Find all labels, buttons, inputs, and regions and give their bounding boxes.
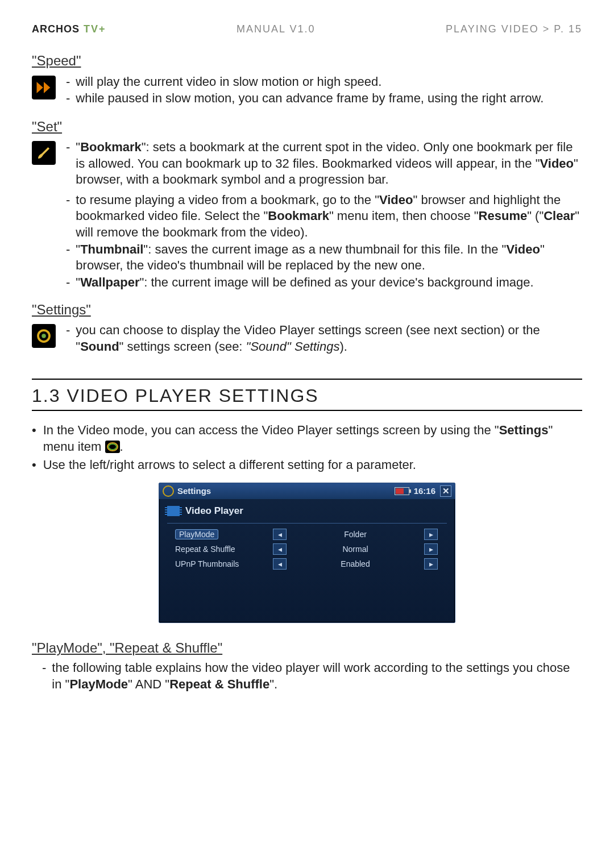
playmode-heading: "PlayMode", "Repeat & Shuffle"	[32, 639, 582, 657]
set-b4: "Wallpaper": the current image will be d…	[76, 275, 533, 291]
row1-label: Repeat & Shuffle	[175, 545, 235, 554]
shot-row-playmode[interactable]: PlayMode ◂ Folder ▸	[159, 527, 455, 542]
product: TV+	[84, 23, 106, 35]
shot-clock: 16:16	[414, 485, 435, 497]
playmode-bullets: - the following table explains how the v…	[42, 660, 582, 692]
header-right: PLAYING VIDEO > P. 15	[446, 23, 582, 36]
svg-point-1	[42, 334, 46, 339]
row0-label: PlayMode	[175, 529, 218, 539]
set-b3: "Thumbnail": saves the current image as …	[76, 242, 582, 274]
shot-row-upnp[interactable]: UPnP Thumbnails ◂ Enabled ▸	[159, 556, 455, 571]
film-icon	[167, 506, 180, 516]
set-extra-bullets: - to resume playing a video from a bookm…	[66, 192, 582, 291]
left-arrow-icon[interactable]: ◂	[273, 558, 287, 570]
fast-forward-icon	[32, 76, 56, 99]
settings-p1: you can choose to display the Video Play…	[76, 322, 582, 355]
shot-title: Settings	[177, 485, 211, 497]
right-arrow-icon[interactable]: ▸	[424, 529, 438, 540]
row2-value: Enabled	[288, 559, 423, 569]
left-arrow-icon[interactable]: ◂	[273, 529, 287, 540]
right-arrow-icon[interactable]: ▸	[424, 558, 438, 570]
shot-subtitle: Video Player	[185, 505, 243, 517]
set-block: - "Bookmark": sets a bookmark at the cur…	[32, 139, 582, 189]
gear-icon	[32, 324, 56, 348]
left-arrow-icon[interactable]: ◂	[273, 543, 287, 555]
brand: ARCHOS	[32, 23, 80, 35]
speed-block: -will play the current video in slow mot…	[32, 73, 582, 107]
close-icon[interactable]: ✕	[440, 485, 451, 497]
intro-l2: Use the left/right arrows to select a di…	[43, 457, 416, 474]
set-b1: "Bookmark": sets a bookmark at the curre…	[76, 139, 582, 188]
speed-b2: while paused in slow motion, you can adv…	[76, 90, 544, 107]
row2-label: UPnP Thumbnails	[175, 559, 239, 568]
set-bullets: - "Bookmark": sets a bookmark at the cur…	[66, 139, 582, 189]
shot-divider	[167, 523, 447, 524]
set-b2: to resume playing a video from a bookmar…	[76, 192, 582, 241]
settings-block: - you can choose to display the Video Pl…	[32, 322, 582, 355]
right-arrow-icon[interactable]: ▸	[424, 543, 438, 555]
page-header: ARCHOS TV+ MANUAL V1.0 PLAYING VIDEO > P…	[32, 23, 582, 36]
speed-bullets: -will play the current video in slow mot…	[66, 73, 582, 107]
intro-list: • In the Video mode, you can access the …	[32, 422, 582, 474]
speed-heading: "Speed"	[32, 52, 582, 69]
row1-value: Normal	[288, 544, 423, 554]
header-left: ARCHOS TV+	[32, 23, 106, 36]
shot-gear-icon	[163, 485, 174, 497]
breadcrumb: PLAYING VIDEO > P. 15	[446, 23, 582, 35]
settings-screenshot: Settings 16:16 ✕ Video Player PlayMode ◂…	[159, 483, 455, 623]
speed-b1: will play the current video in slow moti…	[76, 74, 381, 90]
playmode-p1: the following table explains how the vid…	[52, 660, 582, 692]
brush-icon	[32, 141, 56, 165]
row0-value: Folder	[288, 529, 423, 539]
settings-bullets: - you can choose to display the Video Pl…	[66, 322, 582, 355]
header-center: MANUAL V1.0	[237, 23, 315, 36]
intro-l1: In the Video mode, you can access the Vi…	[43, 422, 582, 455]
section-1-3-heading: 1.3 VIDEO PLAYER SETTINGS	[32, 379, 582, 412]
shot-row-repeat[interactable]: Repeat & Shuffle ◂ Normal ▸	[159, 542, 455, 556]
settings-inline-icon	[105, 441, 120, 453]
battery-icon	[395, 487, 409, 495]
shot-titlebar: Settings 16:16 ✕	[159, 483, 455, 499]
settings-heading: "Settings"	[32, 301, 582, 318]
set-heading: "Set"	[32, 118, 582, 135]
shot-subhead: Video Player	[159, 499, 455, 520]
